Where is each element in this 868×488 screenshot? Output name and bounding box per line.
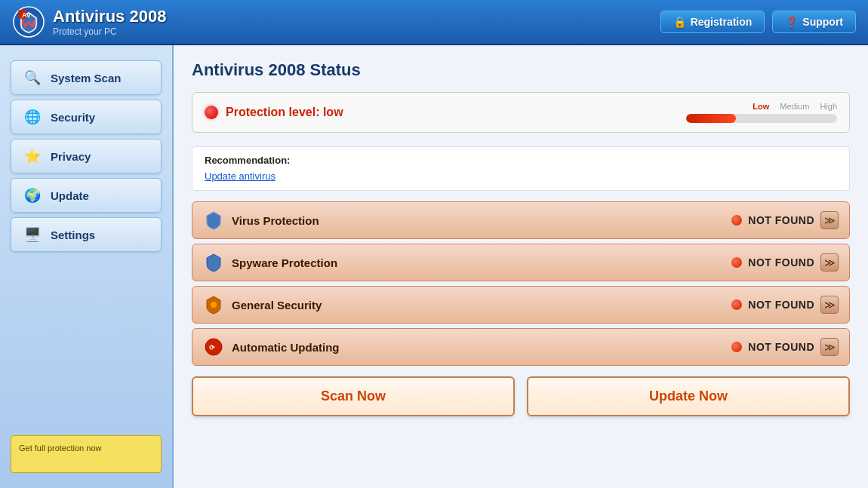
protection-meter: Low Medium High (686, 102, 837, 123)
recommendation-label: Recommendation: (205, 155, 837, 166)
meter-label-low: Low (753, 102, 769, 111)
virus-shield-icon (203, 210, 224, 231)
update-antivirus-link[interactable]: Update antivirus (205, 170, 275, 182)
privacy-icon: ⭐ (22, 146, 43, 167)
row-left-general: General Security (203, 294, 322, 315)
sidebar-item-privacy[interactable]: ⭐ Privacy (11, 139, 162, 173)
security-icon: 🌐 (22, 106, 43, 127)
status-dot-red (205, 106, 218, 119)
general-security-label: General Security (232, 299, 322, 312)
update-status: NOT FOUND (748, 341, 814, 353)
sidebar-label-privacy: Privacy (51, 150, 91, 163)
support-label: Support (802, 16, 843, 28)
sidebar-label-settings: Settings (51, 229, 95, 241)
system-scan-icon: 🔍 (22, 67, 43, 88)
settings-icon: 🖥️ (22, 224, 43, 245)
row-left-spyware: Spyware Protection (203, 252, 337, 273)
sidebar-bottom-promo: Get full protection now (11, 435, 162, 473)
update-now-button[interactable]: Update Now (527, 376, 850, 416)
status-left: Protection level: low (205, 106, 343, 119)
expand-spyware-button[interactable]: ≫ (820, 253, 839, 272)
content-area: Antivirus 2008 Status Protection level: … (174, 45, 868, 488)
spyware-protection-label: Spyware Protection (232, 256, 337, 269)
general-shield-icon (203, 294, 224, 315)
header-title-block: Antivirus 2008 Protect your PC (53, 7, 166, 37)
svg-point-3 (211, 302, 217, 308)
main-layout: 🔍 System Scan 🌐 Security ⭐ Privacy 🌍 Upd… (0, 45, 868, 488)
sidebar: 🔍 System Scan 🌐 Security ⭐ Privacy 🌍 Upd… (0, 45, 174, 488)
header-left: AV Antivirus 2008 Protect your PC (12, 5, 166, 38)
sidebar-label-update: Update (51, 189, 89, 202)
not-found-dot-virus (731, 215, 742, 226)
meter-bar-track (686, 114, 837, 123)
sidebar-item-settings[interactable]: 🖥️ Settings (11, 217, 162, 252)
scan-now-button[interactable]: Scan Now (192, 376, 515, 416)
header-buttons: 🔒 Registration ❓ Support (660, 11, 856, 33)
spyware-shield-icon (203, 252, 224, 273)
expand-general-button[interactable]: ≫ (820, 296, 839, 314)
auto-update-icon: ⟳ (203, 336, 224, 358)
virus-protection-label: Virus Protection (232, 214, 319, 227)
status-rows: Virus Protection NOT FOUND ≫ Spyware P (192, 201, 850, 366)
spyware-status: NOT FOUND (748, 256, 814, 269)
meter-label-high: High (820, 102, 837, 111)
app-subtitle: Protect your PC (53, 26, 166, 37)
app-logo: AV (12, 5, 45, 38)
sidebar-item-update[interactable]: 🌍 Update (11, 178, 162, 213)
registration-button[interactable]: 🔒 Registration (660, 11, 765, 33)
page-title: Antivirus 2008 Status (192, 60, 850, 80)
row-right-virus: NOT FOUND ≫ (731, 211, 839, 229)
auto-update-label: Automatic Updating (232, 341, 340, 354)
svg-text:AV: AV (22, 11, 31, 19)
auto-update-row: ⟳ Automatic Updating NOT FOUND ≫ (192, 328, 850, 366)
meter-bar-fill (686, 114, 736, 123)
row-right-spyware: NOT FOUND ≫ (731, 253, 839, 272)
sidebar-item-system-scan[interactable]: 🔍 System Scan (11, 60, 162, 95)
expand-update-button[interactable]: ≫ (820, 338, 839, 356)
not-found-dot-update (731, 342, 742, 352)
spyware-protection-row: Spyware Protection NOT FOUND ≫ (192, 244, 850, 281)
virus-status: NOT FOUND (748, 214, 814, 226)
question-icon: ❓ (785, 16, 798, 28)
not-found-dot-spyware (731, 257, 742, 268)
registration-label: Registration (691, 16, 753, 28)
general-security-row: General Security NOT FOUND ≫ (192, 286, 850, 324)
action-buttons: Scan Now Update Now (192, 376, 850, 416)
promo-text: Get full protection now (19, 443, 101, 453)
recommendation-box: Recommendation: Update antivirus (192, 146, 850, 191)
lock-icon: 🔒 (673, 16, 686, 28)
row-right-update: NOT FOUND ≫ (731, 338, 839, 356)
not-found-dot-general (731, 299, 742, 310)
app-title: Antivirus 2008 (53, 7, 166, 26)
general-status: NOT FOUND (748, 299, 814, 311)
svg-text:⟳: ⟳ (209, 344, 215, 351)
protection-level-text: Protection level: low (226, 106, 343, 119)
sidebar-item-security[interactable]: 🌐 Security (11, 100, 162, 134)
row-left-update: ⟳ Automatic Updating (203, 336, 340, 358)
app-header: AV Antivirus 2008 Protect your PC 🔒 Regi… (0, 0, 868, 45)
meter-label-medium: Medium (780, 102, 809, 111)
virus-protection-row: Virus Protection NOT FOUND ≫ (192, 201, 850, 239)
update-icon: 🌍 (22, 185, 43, 206)
meter-labels: Low Medium High (753, 102, 837, 111)
expand-virus-button[interactable]: ≫ (820, 211, 839, 229)
row-left-virus: Virus Protection (203, 210, 319, 231)
status-bar: Protection level: low Low Medium High (192, 92, 850, 133)
row-right-general: NOT FOUND ≫ (731, 296, 839, 314)
sidebar-label-system-scan: System Scan (51, 72, 121, 84)
sidebar-label-security: Security (51, 111, 95, 124)
support-button[interactable]: ❓ Support (772, 11, 856, 33)
